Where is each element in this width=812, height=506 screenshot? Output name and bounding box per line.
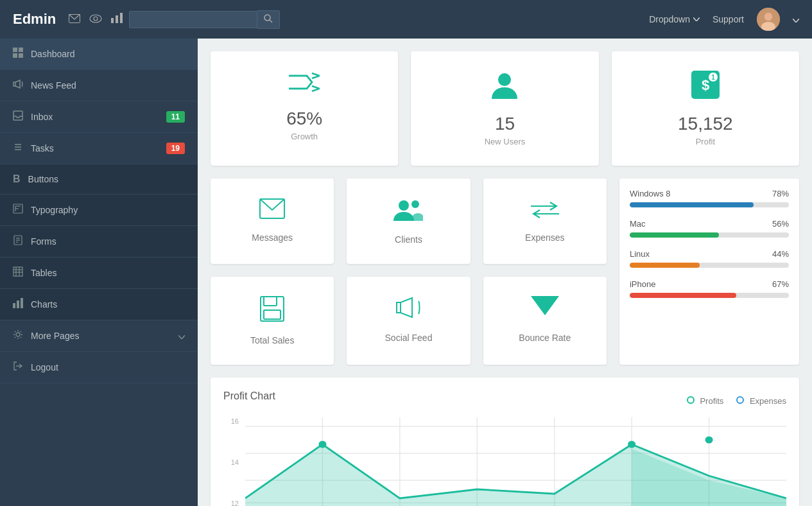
progress-label-linux: Linux xyxy=(630,249,650,259)
sidebar-item-logout[interactable]: Logout xyxy=(0,352,198,383)
expenses-dot xyxy=(736,396,744,404)
tasks-badge: 19 xyxy=(166,143,185,154)
svg-point-11 xyxy=(764,13,772,21)
svg-line-7 xyxy=(270,20,272,22)
progress-bar-mac xyxy=(630,232,719,238)
svg-point-46 xyxy=(411,200,419,208)
sidebar-item-news-feed[interactable]: News Feed xyxy=(0,70,198,101)
search-button[interactable] xyxy=(257,10,280,29)
typography-icon xyxy=(13,204,23,216)
clients-label: Clients xyxy=(359,234,457,245)
inbox-badge: 11 xyxy=(166,111,185,123)
progress-linux: Linux 44% xyxy=(630,249,789,268)
svg-rect-5 xyxy=(120,13,123,23)
sidebar-label-more-pages: More Pages xyxy=(31,331,79,341)
envelope-icon xyxy=(223,198,321,225)
support-link[interactable]: Support xyxy=(713,14,744,24)
messages-label: Messages xyxy=(223,232,321,243)
svg-point-37 xyxy=(16,333,20,336)
progress-panel: Windows 8 78% Mac 56% xyxy=(619,179,799,365)
sidebar-label-dashboard: Dashboard xyxy=(31,49,75,59)
sidebar-label-logout: Logout xyxy=(31,362,58,372)
total-sales-card: Total Sales xyxy=(211,277,334,365)
svg-point-2 xyxy=(94,17,98,21)
y-axis-labels: 16 14 12 xyxy=(223,417,243,506)
sidebar-item-dashboard[interactable]: Dashboard xyxy=(0,39,198,70)
sidebar-label-forms: Forms xyxy=(31,236,56,247)
bullhorn-icon xyxy=(359,296,457,325)
eye-icon[interactable] xyxy=(89,13,102,26)
caret-down-icon xyxy=(496,296,594,325)
progress-bar-bg-linux xyxy=(630,263,789,268)
progress-iphone: iPhone 67% xyxy=(630,279,789,298)
more-pages-chevron xyxy=(178,331,185,341)
svg-rect-12 xyxy=(13,48,17,52)
progress-pct-mac: 56% xyxy=(772,219,789,229)
mail-icon[interactable] xyxy=(69,13,80,26)
sidebar-label-tables: Tables xyxy=(31,268,56,278)
progress-pct-iphone: 67% xyxy=(772,279,789,289)
chart-icon[interactable] xyxy=(111,13,123,26)
users-icon xyxy=(359,198,457,227)
social-feed-card: Social Feed xyxy=(347,277,470,365)
clients-card: Clients xyxy=(347,179,470,264)
chart-legend: Profits Expenses xyxy=(687,396,786,406)
svg-rect-35 xyxy=(17,301,19,308)
main-content: 65% Growth 15 New Users xyxy=(198,39,812,506)
chart-svg xyxy=(245,417,786,506)
svg-rect-4 xyxy=(116,15,118,23)
progress-label-iphone: iPhone xyxy=(630,279,655,289)
sidebar-label-typography: Typography xyxy=(31,205,78,215)
cards-grid: Messages Clients xyxy=(211,179,799,365)
svg-rect-15 xyxy=(19,53,23,58)
search-bar xyxy=(129,10,280,29)
progress-bar-bg-mac xyxy=(630,232,789,238)
bold-icon: B xyxy=(13,173,21,185)
progress-bar-iphone xyxy=(630,293,736,298)
table-icon xyxy=(13,266,23,279)
progress-bar-linux xyxy=(630,263,700,268)
svg-text:$: $ xyxy=(702,77,709,93)
new-users-card: 15 New Users xyxy=(411,51,598,166)
dropdown-menu[interactable]: Dropdown xyxy=(649,14,700,24)
profit-value: 15,152 xyxy=(625,114,786,134)
progress-mac: Mac 56% xyxy=(630,219,789,238)
profit-label: Profit xyxy=(625,137,786,146)
sidebar-item-more-pages[interactable]: More Pages xyxy=(0,320,198,352)
growth-label: Growth xyxy=(223,132,385,141)
sidebar-item-inbox[interactable]: Inbox 11 xyxy=(0,101,198,133)
growth-card: 65% Growth xyxy=(211,51,398,166)
avatar-chevron[interactable] xyxy=(793,14,799,24)
new-users-label: New Users xyxy=(424,137,585,146)
svg-rect-3 xyxy=(111,18,114,23)
sidebar-item-typography[interactable]: Typography xyxy=(0,195,198,226)
legend-profits: Profits xyxy=(687,396,723,406)
exchange-icon xyxy=(496,198,594,225)
social-feed-label: Social Feed xyxy=(359,333,457,343)
profit-chart-section: Profit Chart Profits Expenses 16 14 xyxy=(211,378,799,506)
inbox-icon xyxy=(13,110,23,123)
svg-marker-53 xyxy=(531,296,559,315)
megaphone-icon xyxy=(13,79,23,92)
bounce-rate-card: Bounce Rate xyxy=(483,277,607,365)
svg-rect-17 xyxy=(13,111,22,120)
chart-title: Profit Chart xyxy=(223,390,275,402)
sidebar-label-tasks: Tasks xyxy=(31,143,54,153)
sidebar-item-tables[interactable]: Tables xyxy=(0,257,198,289)
sidebar-item-charts[interactable]: Charts xyxy=(0,289,198,320)
svg-rect-13 xyxy=(19,48,23,52)
header-right: Dropdown Support xyxy=(649,8,799,31)
avatar[interactable] xyxy=(757,8,780,31)
progress-pct-windows: 78% xyxy=(772,189,789,198)
sidebar-item-buttons[interactable]: B Buttons xyxy=(0,164,198,195)
sidebar-item-tasks[interactable]: Tasks 19 xyxy=(0,133,198,164)
svg-rect-51 xyxy=(264,310,281,319)
header-icons xyxy=(69,13,123,26)
expenses-card: Expenses xyxy=(483,179,607,264)
svg-rect-14 xyxy=(13,53,17,58)
header: Edmin xyxy=(0,0,812,39)
search-input[interactable] xyxy=(129,11,257,28)
forms-icon xyxy=(13,235,23,248)
sidebar-item-forms[interactable]: Forms xyxy=(0,226,198,257)
new-users-value: 15 xyxy=(424,114,585,134)
